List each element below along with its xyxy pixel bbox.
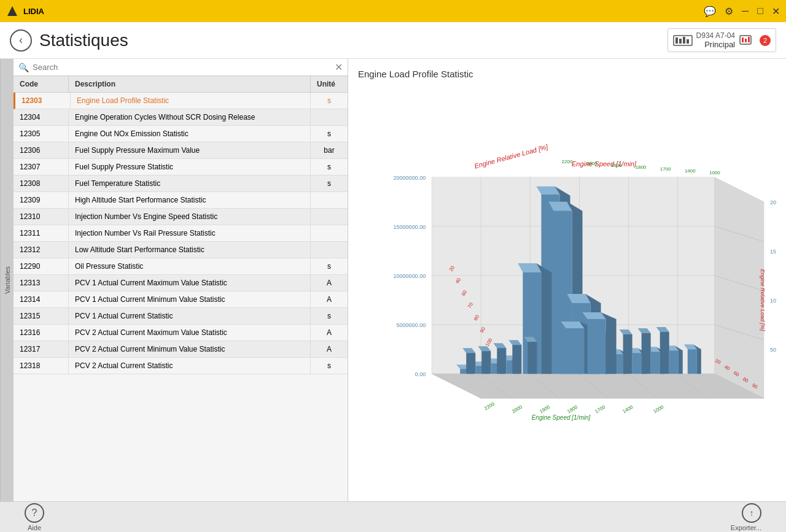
table-row[interactable]: 12316 PCV 2 Actual Current Maximum Value… [14, 325, 348, 341]
minimize-icon[interactable]: ─ [742, 6, 749, 17]
row-description: Engine Load Profile Statistic [71, 93, 311, 109]
svg-marker-127 [660, 332, 669, 374]
row-code: 12308 [14, 175, 69, 191]
svg-marker-102 [651, 352, 660, 374]
row-code: 12307 [14, 159, 69, 175]
svg-text:1800: 1800 [636, 164, 647, 170]
svg-rect-7 [742, 37, 744, 42]
svg-marker-123 [623, 334, 632, 374]
svg-text:1800: 1800 [566, 404, 578, 415]
back-button[interactable]: ‹ [10, 29, 32, 52]
row-unite: s [311, 358, 348, 374]
table-row[interactable]: 12290 Oil Pressure Statistic s [14, 258, 348, 275]
device-id: D934 A7-04 [696, 31, 735, 40]
device-icon [673, 33, 693, 48]
export-button[interactable]: ↑ Exporter... [731, 503, 761, 531]
svg-text:2200: 2200 [562, 159, 573, 164]
table-row[interactable]: 12313 PCV 1 Actual Current Maximum Value… [14, 275, 348, 291]
row-code: 12290 [14, 258, 69, 274]
right-panel: Engine Load Profile Statistic [348, 59, 786, 501]
svg-text:2000: 2000 [511, 404, 523, 415]
main-content: Variables 🔍 ✕ Code Description Unité 123… [0, 59, 786, 501]
svg-text:2000: 2000 [586, 161, 597, 166]
search-input[interactable] [33, 63, 331, 72]
row-code: 12310 [14, 209, 69, 225]
row-description: PCV 2 Actual Current Maximum Value Stati… [69, 325, 311, 341]
svg-text:1500000.00: 1500000.00 [770, 249, 776, 255]
row-code: 12306 [14, 142, 69, 158]
row-unite: s [311, 175, 348, 191]
footer: ? Aide ↑ Exporter... [0, 501, 786, 532]
row-code: 12304 [14, 109, 69, 125]
table-row[interactable]: 12317 PCV 2 Actual Current Minimum Value… [14, 341, 348, 358]
svg-marker-0 [7, 6, 17, 16]
table-row[interactable]: 12315 PCV 1 Actual Current Statistic s [14, 308, 348, 325]
svg-rect-3 [679, 39, 682, 44]
table-row[interactable]: 12307 Fuel Supply Pressure Statistic s [14, 159, 348, 175]
row-code: 12312 [14, 242, 69, 258]
maximize-icon[interactable]: □ [757, 6, 763, 17]
table-row[interactable]: 12304 Engine Operation Cycles Without SC… [14, 109, 348, 126]
svg-text:15000000.00: 15000000.00 [394, 224, 426, 230]
table-row[interactable]: 12305 Engine Out NOx Emission Statistic … [14, 126, 348, 142]
table-row[interactable]: 12314 PCV 1 Actual Current Minimum Value… [14, 291, 348, 308]
svg-text:20000000.00: 20000000.00 [394, 175, 426, 181]
svg-marker-105 [669, 350, 679, 374]
table-body: 12303 Engine Load Profile Statistic s 12… [14, 93, 348, 501]
row-description: PCV 1 Actual Current Maximum Value Stati… [69, 275, 311, 291]
table-row[interactable]: 12318 PCV 2 Actual Current Statistic s [14, 358, 348, 374]
table-row[interactable]: 12306 Fuel Supply Pressure Maximum Value… [14, 142, 348, 159]
titlebar-controls: 💬 ⚙ ─ □ ✕ [704, 6, 780, 17]
svg-text:5000000.00: 5000000.00 [397, 322, 426, 328]
search-close-icon[interactable]: ✕ [335, 61, 343, 73]
svg-text:1400: 1400 [621, 404, 634, 415]
row-code: 12303 [15, 93, 71, 109]
header: ‹ Statistiques D934 A7-04 Principal 2 [0, 22, 786, 59]
svg-text:Engine Speed [1/min]: Engine Speed [1/min] [532, 414, 591, 421]
variables-tab[interactable]: Variables [0, 59, 14, 501]
table-row[interactable]: 12311 Injection Number Vs Rail Pressure … [14, 225, 348, 242]
close-icon[interactable]: ✕ [772, 6, 780, 17]
notification-badge: 2 [760, 35, 771, 46]
row-unite: s [311, 308, 348, 324]
svg-marker-113 [481, 351, 491, 374]
row-description: Injection Number Vs Engine Speed Statist… [69, 209, 311, 225]
svg-text:Engine Relative Load [%]: Engine Relative Load [%] [473, 143, 549, 170]
chart-title: Engine Load Profile Statistic [358, 69, 776, 79]
table-row[interactable]: 12310 Injection Number Vs Engine Speed S… [14, 209, 348, 225]
row-description: Engine Out NOx Emission Statistic [69, 126, 311, 142]
table-row[interactable]: 12308 Fuel Temperature Statistic s [14, 175, 348, 192]
column-header-unite: Unité [311, 76, 348, 92]
row-description: PCV 2 Actual Current Minimum Value Stati… [69, 341, 311, 357]
row-unite: A [311, 341, 348, 357]
row-unite: s [311, 93, 348, 109]
table-row[interactable]: 12309 High Altitude Start Performance St… [14, 192, 348, 209]
table-row[interactable]: 12303 Engine Load Profile Statistic s [14, 93, 348, 109]
titlebar: LIDIA 💬 ⚙ ─ □ ✕ [0, 0, 786, 22]
svg-text:1700: 1700 [594, 404, 606, 415]
svg-text:Engine Speed [1/min]: Engine Speed [1/min] [572, 160, 637, 168]
row-description: PCV 2 Actual Current Statistic [69, 358, 311, 374]
svg-text:1000: 1000 [653, 404, 665, 415]
settings-icon[interactable]: ⚙ [725, 6, 733, 17]
help-button[interactable]: ? Aide [25, 503, 44, 531]
svg-text:500000.00: 500000.00 [770, 347, 776, 353]
row-description: Engine Operation Cycles Without SCR Dosi… [69, 109, 311, 125]
row-description: High Altitude Start Performance Statisti… [69, 192, 311, 208]
app-logo-icon [6, 5, 18, 17]
row-code: 12315 [14, 308, 69, 324]
svg-text:1700: 1700 [660, 166, 671, 172]
row-code: 12311 [14, 225, 69, 241]
svg-rect-5 [687, 39, 689, 44]
row-unite [311, 246, 348, 253]
row-unite: bar [311, 142, 348, 158]
svg-marker-132 [588, 319, 606, 374]
row-description: Low Altitude Start Performance Statistic [69, 242, 311, 258]
table-row[interactable]: 12312 Low Altitude Start Performance Sta… [14, 242, 348, 258]
search-bar: 🔍 ✕ [14, 59, 348, 76]
help-icon: ? [25, 503, 44, 523]
svg-text:Engine Relative Load [%]: Engine Relative Load [%] [760, 269, 766, 331]
svg-text:2200: 2200 [483, 401, 496, 412]
chat-icon[interactable]: 💬 [704, 6, 716, 17]
export-label: Exporter... [731, 524, 761, 531]
